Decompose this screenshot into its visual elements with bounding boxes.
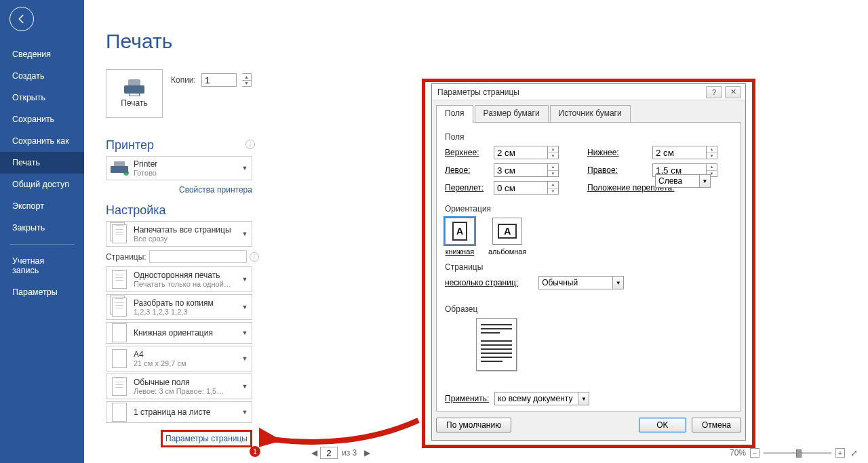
fit-page-button[interactable]: ⤢ (849, 448, 859, 458)
collate-selector[interactable]: Разобрать по копиям 1,2,3 1,2,3 1,2,3 ▼ (106, 294, 252, 320)
print-range-title: Напечатать все страницы (134, 225, 234, 235)
nav-print[interactable]: Печать (0, 152, 84, 174)
info-icon[interactable]: i (245, 140, 255, 149)
left-input[interactable] (494, 163, 548, 177)
multipages-label: несколько страниц: (445, 278, 518, 287)
top-label: Верхнее: (445, 148, 494, 157)
info-icon[interactable]: i (250, 252, 259, 262)
bottom-spinner[interactable]: ▲▼ (707, 146, 717, 159)
duplex-selector[interactable]: Односторонняя печать Печатать только на … (106, 266, 252, 292)
print-button[interactable]: Печать (106, 69, 163, 118)
page-number-input[interactable] (320, 447, 338, 459)
left-label: Левое: (445, 165, 494, 175)
tab-margins[interactable]: Поля (436, 105, 473, 123)
gutter-label: Переплет: (445, 183, 494, 193)
page-setup-link[interactable]: Параметры страницы (161, 430, 252, 447)
spinner-down-icon[interactable]: ▼ (242, 81, 251, 87)
dialog-titlebar: Параметры страницы ? ✕ (432, 84, 745, 100)
page-setup-dialog: Параметры страницы ? ✕ Поля Размер бумаг… (431, 83, 746, 441)
tab-body-margins: Поля Верхнее: ▲▼ Нижнее: ▲▼ Левое: ▲▼ Пр… (436, 122, 741, 411)
fields-group-label: Поля (445, 132, 732, 142)
default-button[interactable]: По умолчанию (436, 418, 511, 432)
nav-save[interactable]: Сохранить (0, 108, 84, 130)
next-page-button[interactable]: ▶ (361, 447, 373, 459)
chevron-down-icon: ▼ (238, 329, 252, 336)
nav-close[interactable]: Закрыть (0, 217, 84, 239)
pages-icon (112, 224, 127, 243)
portrait-label: книжная (446, 247, 475, 256)
nav-share[interactable]: Общий доступ (0, 174, 84, 195)
margins-sub: Левое: 3 см Правое: 1,5… (134, 387, 234, 395)
spinner-up-icon[interactable]: ▲ (242, 74, 251, 81)
nav-separator (9, 244, 75, 245)
copies-spinner[interactable]: ▲▼ (242, 73, 252, 87)
gutter-input[interactable] (494, 181, 548, 195)
nav-info[interactable]: Сведения (0, 43, 84, 65)
back-button[interactable] (9, 7, 34, 31)
dialog-footer: По умолчанию OK Отмена (436, 416, 741, 435)
bottom-input[interactable] (652, 146, 707, 159)
print-range-selector[interactable]: Напечатать все страницы Все сразу ▼ (106, 221, 252, 247)
chevron-down-icon: ▼ (699, 175, 710, 187)
printer-properties-link[interactable]: Свойства принтера (179, 185, 252, 195)
nav-new[interactable]: Создать (0, 65, 84, 87)
zoom-slider[interactable] (764, 452, 831, 454)
zoom-control: 70% − + ⤢ (730, 448, 859, 458)
orientation-portrait[interactable]: A книжная (445, 218, 475, 256)
nav-options[interactable]: Параметры (0, 281, 84, 303)
printer-status: Готово (134, 169, 234, 177)
backstage-sidebar: Сведения Создать Открыть Сохранить Сохра… (0, 0, 84, 463)
scale-icon (112, 403, 127, 422)
chevron-down-icon: ▼ (238, 276, 252, 283)
right-label: Правое: (587, 165, 652, 175)
gutterpos-combo[interactable]: Слева ▼ (655, 174, 711, 188)
nav-account[interactable]: Учетная запись (0, 250, 84, 281)
arrow-left-icon (16, 13, 28, 25)
papersize-sub: 21 см x 29,7 см (134, 359, 234, 367)
applyto-combo[interactable]: ко всему документу ▼ (494, 392, 589, 405)
nav-export[interactable]: Экспорт (0, 195, 84, 217)
printer-icon (124, 79, 144, 96)
scale-selector[interactable]: 1 страница на листе ▼ (106, 401, 252, 423)
duplex-title: Односторонняя печать (134, 270, 234, 280)
zoom-in-button[interactable]: + (835, 448, 845, 458)
duplex-sub: Печатать только на одной… (134, 280, 234, 288)
tab-papersource[interactable]: Источник бумаги (550, 105, 631, 123)
chevron-down-icon: ▼ (238, 355, 252, 362)
dialog-close-button[interactable]: ✕ (725, 86, 741, 98)
dialog-help-button[interactable]: ? (706, 86, 722, 98)
top-spinner[interactable]: ▲▼ (548, 146, 559, 159)
nav-open[interactable]: Открыть (0, 87, 84, 108)
copies-input[interactable] (201, 73, 237, 87)
pages-input[interactable] (149, 250, 247, 263)
orientation-group-label: Ориентация (445, 204, 732, 214)
multipages-combo[interactable]: Обычный ▼ (538, 276, 624, 289)
papersize-selector[interactable]: A4 21 см x 29,7 см ▼ (106, 346, 252, 371)
printer-selector[interactable]: Printer Готово ▼ (106, 156, 252, 180)
ok-button[interactable]: OK (639, 418, 686, 432)
orientation-selector[interactable]: Книжная ориентация ▼ (106, 322, 252, 344)
margins-selector[interactable]: Обычные поля Левое: 3 см Правое: 1,5… ▼ (106, 374, 252, 399)
papersize-title: A4 (134, 350, 234, 359)
nav-saveas[interactable]: Сохранить как (0, 130, 84, 152)
margins-icon (112, 377, 127, 396)
gutter-spinner[interactable]: ▲▼ (548, 181, 559, 195)
sample-preview (476, 318, 517, 371)
orientation-icon (112, 323, 127, 342)
printer-name: Printer (134, 159, 234, 169)
cancel-button[interactable]: Отмена (692, 418, 741, 432)
copies-label: Копии: (171, 75, 196, 85)
zoom-thumb[interactable] (796, 449, 802, 458)
tab-papersize[interactable]: Размер бумаги (475, 105, 549, 123)
pages-label: Страницы: (106, 252, 146, 262)
settings-heading: Настройка (106, 203, 166, 218)
prev-page-button[interactable]: ◀ (308, 447, 320, 459)
orientation-title: Книжная ориентация (134, 328, 234, 338)
orientation-landscape[interactable]: A альбомная (488, 218, 526, 256)
zoom-out-button[interactable]: − (750, 448, 760, 458)
chevron-down-icon: ▼ (578, 392, 589, 405)
chevron-down-icon: ▼ (238, 230, 252, 237)
chevron-down-icon: ▼ (238, 165, 252, 172)
left-spinner[interactable]: ▲▼ (548, 163, 559, 177)
top-input[interactable] (494, 146, 548, 159)
